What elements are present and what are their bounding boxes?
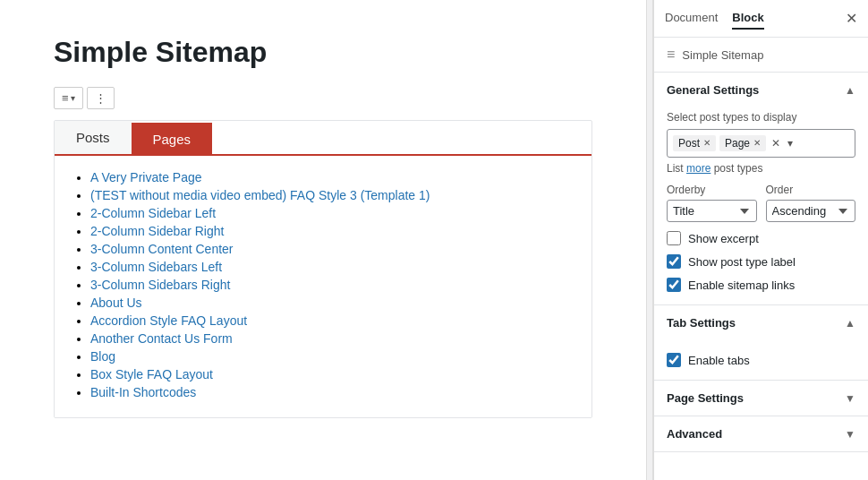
checkbox-show-excerpt: Show excerpt (667, 231, 855, 245)
list-icon: ≡ (62, 91, 69, 105)
enable-tabs-label[interactable]: Enable tabs (688, 354, 750, 367)
list-item-link[interactable]: Another Contact Us Form (90, 331, 233, 346)
list-item: 3-Column Sidebars Left (90, 260, 574, 274)
show-excerpt-checkbox[interactable] (667, 231, 681, 245)
list-more-link: List more post types (667, 162, 855, 175)
tab-posts[interactable]: Posts (55, 121, 132, 156)
orderby-col: Orderby Title Date ID Author (667, 184, 757, 222)
list-item: About Us (90, 296, 574, 310)
tabs-row: Posts Pages (55, 121, 591, 156)
section-advanced: Advanced ▼ (654, 416, 868, 452)
list-item-link[interactable]: 2-Column Sidebar Left (90, 206, 216, 220)
block-content: Posts Pages A Very Private Page(TEST wit… (54, 120, 592, 418)
list-item-link[interactable]: Accordion Style FAQ Layout (90, 313, 247, 328)
tag-post-label: Post (678, 137, 700, 150)
scroll-divider (646, 0, 653, 480)
block-type-label: Simple Sitemap (682, 48, 763, 62)
list-item-link[interactable]: 2-Column Sidebar Right (90, 224, 224, 238)
section-tab-settings-label: Tab Settings (667, 316, 736, 330)
more-icon: ⋮ (95, 91, 106, 105)
list-item: (TEST without media video embed) FAQ Sty… (90, 188, 574, 202)
list-item: Built-In Shortcodes (90, 385, 574, 399)
block-icon: ≡ (667, 47, 675, 63)
orderby-select[interactable]: Title Date ID Author (667, 200, 757, 222)
section-general: General Settings ▲ Select post types to … (654, 73, 868, 305)
list-item: 3-Column Content Center (90, 242, 574, 256)
list-item: 3-Column Sidebars Right (90, 278, 574, 292)
section-general-body: Select post types to display Post ✕ Page… (654, 107, 868, 304)
right-panel: Document Block ✕ ≡ Simple Sitemap Genera… (653, 0, 868, 480)
order-row: Orderby Title Date ID Author Order Ascen… (667, 184, 855, 222)
section-page-settings-chevron: ▼ (845, 392, 855, 405)
checkbox-enable-tabs: Enable tabs (667, 353, 855, 367)
page-title: Simple Sitemap (54, 36, 592, 69)
block-type-row: ≡ Simple Sitemap (654, 38, 868, 73)
list-item-link[interactable]: About Us (90, 296, 142, 310)
sitemap-list: A Very Private Page(TEST without media v… (55, 156, 591, 417)
order-label: Order (766, 184, 856, 196)
list-item: 2-Column Sidebar Right (90, 224, 574, 238)
list-item: 2-Column Sidebar Left (90, 206, 574, 220)
tab-document[interactable]: Document (665, 7, 718, 30)
list-item-link[interactable]: Built-In Shortcodes (90, 385, 196, 399)
list-item-link[interactable]: 3-Column Content Center (90, 242, 234, 256)
enable-sitemap-links-checkbox[interactable] (667, 278, 681, 292)
more-options-button[interactable]: ⋮ (87, 87, 115, 109)
tag-post-remove[interactable]: ✕ (703, 139, 711, 148)
list-item-link[interactable]: Box Style FAQ Layout (90, 367, 213, 381)
list-item-link[interactable]: Blog (90, 349, 115, 364)
list-item: Another Contact Us Form (90, 331, 574, 346)
tag-page-remove[interactable]: ✕ (753, 139, 761, 148)
toolbar: ≡ ▾ ⋮ (54, 87, 592, 109)
section-general-header[interactable]: General Settings ▲ (654, 73, 868, 107)
panel-close-button[interactable]: ✕ (846, 12, 857, 26)
tag-input-row[interactable]: Post ✕ Page ✕ ✕ ▾ (667, 129, 855, 158)
tab-block[interactable]: Block (732, 7, 763, 30)
list-item-link[interactable]: 3-Column Sidebars Left (90, 260, 222, 274)
enable-sitemap-links-label[interactable]: Enable sitemap links (688, 279, 795, 292)
list-dropdown-arrow: ▾ (71, 93, 75, 103)
section-page-settings-header[interactable]: Page Settings ▼ (654, 381, 868, 416)
section-tab-settings: Tab Settings ▲ Enable tabs (654, 305, 868, 381)
orderby-label: Orderby (667, 184, 757, 196)
more-post-types-link[interactable]: more (686, 162, 711, 175)
list-item-link[interactable]: 3-Column Sidebars Right (90, 278, 230, 292)
post-types-label: Select post types to display (667, 111, 855, 124)
clear-tags-button[interactable]: ✕ (770, 137, 782, 150)
section-general-chevron: ▲ (845, 84, 855, 97)
section-page-settings: Page Settings ▼ (654, 381, 868, 416)
list-item: Accordion Style FAQ Layout (90, 313, 574, 328)
list-item-link[interactable]: (TEST without media video embed) FAQ Sty… (90, 188, 430, 202)
tag-page: Page ✕ (719, 135, 766, 151)
checkbox-show-post-type-label: Show post type label (667, 254, 855, 269)
show-post-type-label-checkbox[interactable] (667, 254, 681, 269)
section-advanced-chevron: ▼ (845, 428, 855, 441)
show-excerpt-label[interactable]: Show excerpt (688, 232, 759, 245)
tab-pages[interactable]: Pages (132, 123, 213, 156)
section-page-settings-label: Page Settings (667, 391, 744, 405)
list-item: Box Style FAQ Layout (90, 367, 574, 381)
enable-tabs-checkbox[interactable] (667, 353, 681, 367)
order-select[interactable]: Ascending Descending (766, 200, 856, 222)
section-advanced-label: Advanced (667, 427, 722, 441)
order-col: Order Ascending Descending (766, 184, 856, 222)
section-tab-settings-body: Enable tabs (654, 340, 868, 380)
section-general-label: General Settings (667, 83, 759, 97)
panel-header: Document Block ✕ (654, 0, 868, 38)
editor-area: Simple Sitemap ≡ ▾ ⋮ Posts Pages A Very … (0, 0, 646, 480)
section-advanced-header[interactable]: Advanced ▼ (654, 416, 868, 451)
tag-post: Post ✕ (673, 135, 716, 151)
list-item: A Very Private Page (90, 170, 574, 184)
section-tab-settings-header[interactable]: Tab Settings ▲ (654, 305, 868, 340)
show-post-type-label-label[interactable]: Show post type label (688, 255, 796, 269)
section-tab-settings-chevron: ▲ (845, 317, 855, 330)
list-item-link[interactable]: A Very Private Page (90, 170, 202, 184)
checkbox-enable-links: Enable sitemap links (667, 278, 855, 292)
list-item: Blog (90, 349, 574, 364)
tab-underline (212, 122, 591, 156)
tags-dropdown-button[interactable]: ▾ (786, 137, 795, 150)
tag-page-label: Page (725, 137, 750, 150)
list-style-button[interactable]: ≡ ▾ (54, 87, 83, 109)
